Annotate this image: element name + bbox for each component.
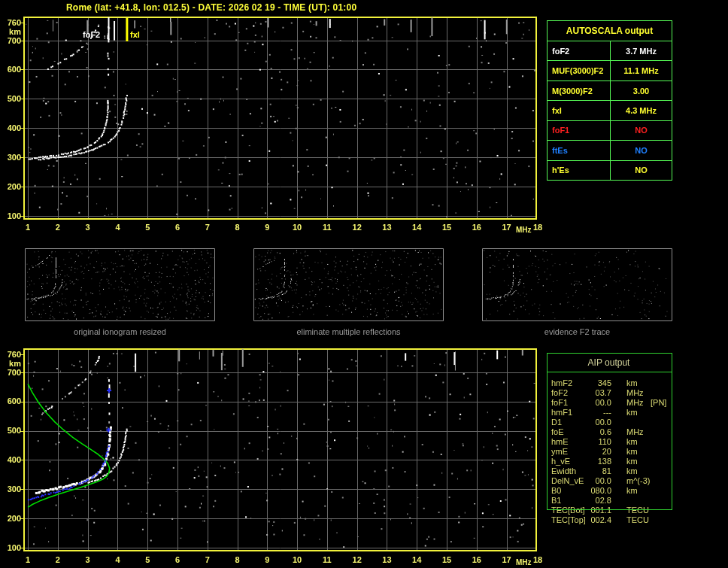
x-tick-label: 13 [382,223,391,232]
x-tick-label: 7 [205,555,210,564]
autoscala-row-label: foF1 [548,121,611,140]
y-tick-label: 400 [0,123,21,132]
thumb-caption-eliminate: eliminate multiple reflections [253,327,444,336]
aip-unit: km [626,457,638,466]
y-tick-label: 300 [0,484,21,494]
aip-value: 03.7 [569,388,611,397]
aip-value: --- [569,408,611,417]
aip-unit: MHz [626,427,644,436]
autoscala-row-label: MUF(3000)F2 [548,61,611,80]
autoscala-app-window: { "title": "Rome (lat: +41.8, lon: 012.5… [0,0,728,568]
aip-value: 00.0 [569,418,611,427]
aip-value: 20 [569,447,611,456]
aip-unit: MHz [626,398,644,407]
y-tick-label: 760 [0,18,21,27]
x-tick-label: 8 [235,555,239,564]
y-tick-label: km [0,27,21,36]
x-tick-label: 10 [293,223,302,232]
autoscala-row: M(3000)F23.00 [548,81,672,101]
x-tick-label: 9 [265,555,269,564]
aip-row: DelN_vE00.0m^(-3) [547,476,671,486]
aip-label: foE [551,427,564,436]
autoscala-row: foF1NO [548,121,672,141]
x-tick-label: 12 [353,223,362,232]
aip-row: hmF2345km [547,378,671,388]
aip-label: foF1 [551,398,568,407]
autoscala-row-value: NO [611,121,672,140]
aip-value: 00.0 [569,476,611,485]
aip-value: 110 [569,437,611,446]
x-tick-label: 8 [235,223,239,232]
aip-table-title: AIP output [547,357,671,368]
autoscala-row-value: 4.3 MHz [611,101,672,120]
fxi-marker-label: fxI [130,30,140,39]
aip-unit: km [626,466,638,475]
autoscala-row-value: NO [611,161,672,180]
x-tick-label: 15 [442,555,451,564]
y-tick-label: 400 [0,455,21,464]
x-tick-label: 2 [56,223,60,232]
aip-value: 0.6 [569,427,611,436]
x-tick-label: 17 [502,555,511,564]
x-tick-label: 3 [86,555,90,564]
aip-value: 138 [569,457,611,466]
aip-row: TEC[Top]002.4TECU [547,515,671,525]
x-tick-label: 12 [353,555,362,564]
aip-value: 00.0 [569,398,611,407]
x-tick-label: 13 [382,555,391,564]
aip-unit: TECU [626,506,649,515]
x-tick-label: 18 [533,555,542,564]
aip-value: 001.1 [569,506,611,515]
aip-unit: km [626,447,638,456]
aip-row: foF203.7MHz [547,388,671,398]
x-tick-label: 9 [265,223,269,232]
x-tick-label: 5 [145,223,150,232]
y-tick-label: 300 [0,153,21,162]
autoscala-row: h'EsNO [548,161,672,180]
x-tick-label: 2 [56,555,60,564]
aip-unit: TECU [626,515,649,524]
x-tick-label: 6 [175,555,180,564]
aip-unit: MHz [626,388,644,397]
x-axis-unit: MHz [516,558,532,566]
x-tick-label: 11 [323,223,332,232]
aip-value: 002.4 [569,515,611,524]
autoscala-table-rows: foF23.7 MHzMUF(3000)F211.1 MHzM(3000)F23… [548,41,672,180]
aip-row: TEC[Bot]001.1TECU [547,506,671,515]
aip-unit: km [626,408,638,417]
aip-label: hmE [551,437,569,446]
x-tick-label: 16 [472,223,481,232]
aip-label: ymE [551,447,568,456]
aip-label: B0 [551,486,561,495]
autoscala-row: ftEsNO [548,141,672,160]
aip-label: B1 [551,496,561,505]
aip-header-separator [547,372,672,372]
y-tick-label: 700 [0,36,21,45]
autoscala-row-label: ftEs [548,141,611,159]
x-tick-label: 4 [115,555,120,564]
aip-extra: [PN] [651,398,666,407]
y-tick-label: 600 [0,65,21,74]
x-axis-unit: MHz [516,226,532,234]
y-tick-label: 600 [0,396,21,405]
aip-unit: m^(-3) [626,476,650,485]
aip-row: hmF1---km [547,408,671,418]
fof2-marker-label: foF2 [83,30,100,39]
aip-value: 080.0 [569,486,611,495]
aip-row: ymE20km [547,447,671,457]
y-tick-label: 200 [0,182,21,191]
y-tick-label: 700 [0,368,21,377]
autoscala-row-value: NO [611,141,672,159]
aip-row: hmE110km [547,437,671,447]
autoscala-row: foF23.7 MHz [548,41,672,61]
autoscala-table-title: AUTOSCALA output [548,21,672,41]
autoscala-row-value: 3.00 [611,81,672,100]
y-tick-label: 200 [0,514,21,523]
aip-label: h_vE [551,457,570,466]
autoscala-row-label: foF2 [548,41,611,60]
autoscala-row-value: 3.7 MHz [611,41,672,60]
y-tick-label: 500 [0,426,21,435]
aip-row: h_vE138km [547,457,671,466]
x-tick-label: 15 [442,223,451,232]
y-tick-label: 100 [0,211,21,220]
